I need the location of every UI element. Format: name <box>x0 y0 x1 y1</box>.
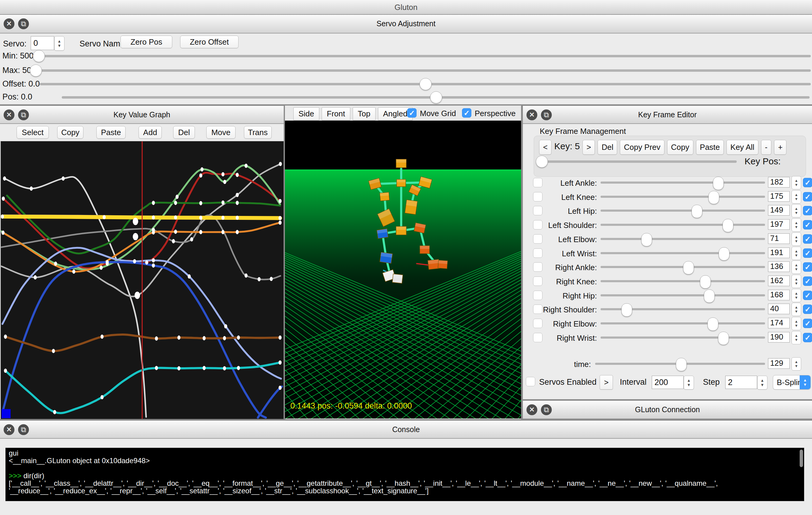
keyframe-point[interactable] <box>106 260 109 264</box>
keyframe-point[interactable] <box>279 199 282 203</box>
joint-slider[interactable] <box>601 266 765 268</box>
pos-slider[interactable] <box>62 96 810 99</box>
joint-keyed-checkbox[interactable]: ✓ <box>803 333 812 342</box>
keyframe-point[interactable] <box>155 336 158 341</box>
joint-stepper[interactable]: ▲▼ <box>791 218 801 232</box>
joint-value-input[interactable]: 136 <box>768 262 790 272</box>
keyframe-point[interactable] <box>62 177 65 181</box>
keyframe-point[interactable] <box>223 180 226 184</box>
kfm-del-button[interactable]: Del <box>598 140 617 155</box>
joint-slider[interactable] <box>601 224 765 226</box>
joint-slider[interactable] <box>601 322 765 324</box>
keyframe-point[interactable] <box>1 231 4 235</box>
joint-slider[interactable] <box>601 252 765 254</box>
key-value-graph[interactable] <box>1 141 284 419</box>
console-scrollbar[interactable] <box>800 450 803 467</box>
keyframe-point[interactable] <box>177 366 180 370</box>
keyframe-point[interactable] <box>236 193 239 197</box>
keyframe-point[interactable] <box>152 215 155 219</box>
joint-keyed-checkbox[interactable]: ✓ <box>803 262 812 272</box>
3d-viewport[interactable]: 0.1443 pos: -0.0594 delta: 0.0000 <box>285 120 521 418</box>
keyframe-point[interactable] <box>133 259 136 263</box>
keyframe-point[interactable] <box>244 164 248 168</box>
skeleton-joint[interactable] <box>393 274 403 283</box>
graph-select-button[interactable]: Select <box>17 126 49 139</box>
keyframe-point[interactable] <box>201 167 204 171</box>
keyframe-point[interactable] <box>237 335 240 340</box>
graph-panel-header[interactable]: ✕ ⧉ Key Value Graph <box>0 106 284 124</box>
keyframe-point[interactable] <box>152 264 155 268</box>
joint-value-input[interactable]: 191 <box>768 248 790 258</box>
keyframe-point[interactable] <box>236 173 239 177</box>
servo-number-input[interactable]: 0 <box>31 36 54 50</box>
keyframe-point[interactable] <box>155 366 158 370</box>
joint-slider[interactable] <box>601 294 765 296</box>
keyframe-point[interactable] <box>152 201 155 205</box>
joint-keyed-checkbox[interactable]: ✓ <box>803 319 812 328</box>
keyframe-point[interactable] <box>176 195 179 199</box>
joint-keyed-checkbox[interactable]: ✓ <box>803 178 812 187</box>
joint-value-input[interactable]: 40 <box>768 304 790 314</box>
joint-slider[interactable] <box>601 308 765 310</box>
joint-value-input[interactable]: 71 <box>768 234 790 244</box>
kfm-paste-button[interactable]: Paste <box>696 140 724 155</box>
joint-stepper[interactable]: ▲▼ <box>791 176 801 189</box>
kfe-panel-header[interactable]: ✕ ⧉ Key Frame Editor <box>523 106 812 124</box>
skeleton-joint[interactable] <box>396 159 406 168</box>
skeleton-joint[interactable] <box>414 223 426 233</box>
offset-slider[interactable] <box>40 83 811 85</box>
skeleton-joint[interactable] <box>396 226 406 235</box>
keyframe-point[interactable] <box>203 336 206 341</box>
keyframe-point[interactable] <box>279 335 282 340</box>
keyframe-point[interactable] <box>203 366 206 370</box>
joint-value-input[interactable]: 149 <box>768 205 790 216</box>
graph-del-button[interactable]: Del <box>173 126 195 139</box>
keyframe-point[interactable] <box>30 186 33 191</box>
step-stepper[interactable]: ▲▼ <box>757 376 767 389</box>
keyframe-point[interactable] <box>152 231 155 235</box>
zero-pos-button[interactable]: Zero Pos <box>120 35 172 48</box>
joint-slider[interactable] <box>601 196 765 198</box>
console-output[interactable]: gui <__main__.GLuton object at 0x10dade9… <box>5 448 804 501</box>
keyframe-point[interactable] <box>2 197 5 201</box>
keyframe-point[interactable] <box>152 258 155 262</box>
keyframe-point[interactable] <box>174 201 177 205</box>
keyframe-point[interactable] <box>187 274 191 279</box>
keyframe-point[interactable] <box>145 260 148 265</box>
curve-green-dark[interactable] <box>7 196 280 253</box>
joint-slider[interactable] <box>601 238 765 240</box>
interval-input[interactable]: 200 <box>652 376 684 389</box>
keyframe-point[interactable] <box>236 201 239 205</box>
joint-value-input[interactable]: 197 <box>768 219 790 230</box>
title-bar[interactable]: Gluton <box>0 0 812 15</box>
kfm-copy-prev-button[interactable]: Copy Prev <box>620 140 664 155</box>
keyframe-point[interactable] <box>103 215 106 219</box>
joint-stepper[interactable]: ▲▼ <box>791 190 801 204</box>
curve-gray-wiggle[interactable] <box>1 215 281 279</box>
keyframe-point[interactable] <box>236 216 239 220</box>
joint-stepper[interactable]: ▲▼ <box>791 275 801 288</box>
joint-stepper[interactable]: ▲▼ <box>791 331 801 344</box>
console-panel-header[interactable]: ✕ ⧉ Console <box>0 421 812 439</box>
time-slider[interactable] <box>595 363 765 365</box>
time-value-input[interactable]: 129 <box>768 358 790 369</box>
selected-keyframe-point[interactable] <box>133 218 138 225</box>
interval-stepper[interactable]: ▲▼ <box>684 376 694 389</box>
graph-trans-button[interactable]: Trans <box>244 126 272 139</box>
keyframe-point[interactable] <box>244 273 248 278</box>
keyframe-point[interactable] <box>223 366 226 370</box>
graph-add-button[interactable]: Add <box>139 126 162 139</box>
joint-stepper[interactable]: ▲▼ <box>791 233 801 246</box>
skeleton-joint[interactable] <box>380 252 393 264</box>
skeleton-joint[interactable] <box>397 180 406 187</box>
joint-keyed-checkbox[interactable]: ✓ <box>803 291 812 300</box>
joint-keyed-checkbox[interactable]: ✓ <box>803 192 812 201</box>
graph-canvas[interactable] <box>1 141 283 419</box>
selected-keyframe-point[interactable] <box>133 233 138 240</box>
key-pos-slider[interactable] <box>539 160 737 163</box>
keyframe-point[interactable] <box>100 335 104 339</box>
keyframe-point[interactable] <box>4 369 7 373</box>
min-slider[interactable] <box>35 55 811 57</box>
keyframe-point[interactable] <box>279 162 282 166</box>
keyframe-point[interactable] <box>224 324 227 328</box>
